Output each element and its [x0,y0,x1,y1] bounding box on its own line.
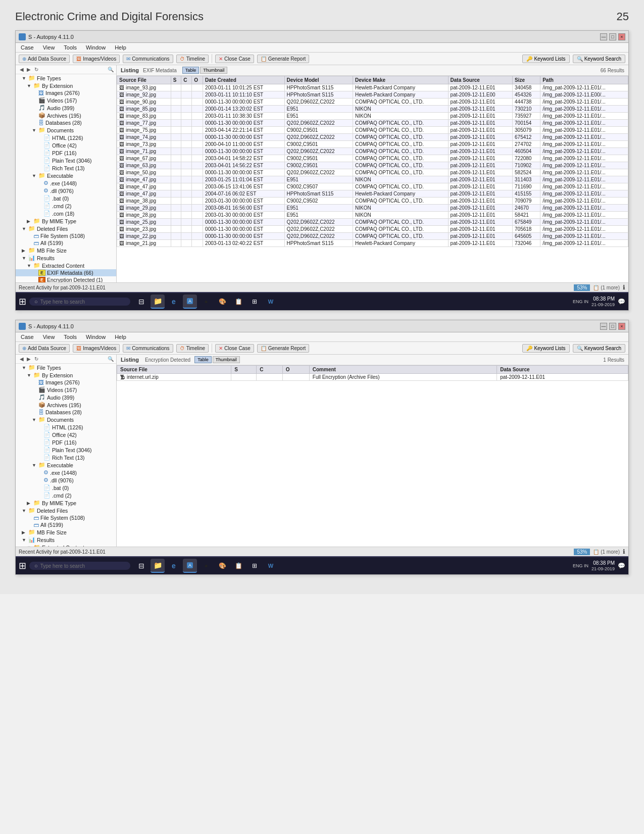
refresh-icon[interactable]: ↻ [34,67,38,72]
close-btn-2[interactable]: × [618,323,625,330]
menu-help[interactable]: Help [113,44,128,51]
notification-icon-2[interactable]: 💬 [618,562,625,569]
minimize-btn-2[interactable]: — [600,323,607,330]
tree-pdf[interactable]: 📄 PDF (116) [16,149,116,157]
tree2-extracted[interactable]: ▼ 📁 Extracted Content [16,544,116,547]
tree-html[interactable]: 📄 HTML (1226) [16,134,116,141]
tree-dll[interactable]: ⚙ .dll (9076) [16,187,116,194]
table-row[interactable]: 🖼image_90.jpg 0000-11-30 00:00:00 EST Q2… [117,99,628,106]
refresh-icon-2[interactable]: ↻ [34,356,38,362]
tree-videos[interactable]: 🎬 Videos (167) [16,96,116,104]
table-row[interactable]: 🖼image_38.jpg 2003-01-30 00:00:00 EST C9… [117,198,628,205]
generate-report-btn[interactable]: 📋 Generate Report [257,55,310,63]
keyword-search-btn-2[interactable]: 🔍 Keyword Search [573,344,625,353]
close-btn[interactable]: × [618,33,625,40]
maximize-btn[interactable]: □ [609,33,616,40]
enc-col-c[interactable]: C [257,366,283,374]
minimize-btn[interactable]: — [600,33,607,40]
table-row[interactable]: 🖼image_77.jpg 0000-11-30 00:00:00 EST Q2… [117,120,628,127]
tree-bymime[interactable]: ▶ 📁 By MIME Type [16,217,116,225]
enc-table-container[interactable]: Source File S C O Comment Data Source 🗜i… [117,365,628,547]
tree2-office[interactable]: 📄 Office (42) [16,431,116,438]
thumbnail-view-btn-2[interactable]: Thumbnail [213,356,240,363]
timeline-btn[interactable]: ⏱ Timeline [176,55,209,63]
timeline-btn-2[interactable]: ⏱ Timeline [176,344,209,353]
keyword-search-btn[interactable]: 🔍 Keyword Search [573,55,625,63]
col-path[interactable]: Path [540,76,628,84]
tree2-deleted[interactable]: ▼ 📁 Deleted Files [16,507,116,514]
col-data-source[interactable]: Data Source [448,76,512,84]
table-row[interactable]: 🖼image_47.jpg 2003-01-25 11:01:04 EST E9… [117,176,628,183]
table-row[interactable]: 🖼image_50.jpg 0000-11-30 00:00:00 EST Q2… [117,169,628,176]
table-row[interactable]: 🖼image_25.jpg 0000-11-30 00:00:00 EST Q2… [117,219,628,226]
taskbar2-app-grid[interactable]: ⊞ [247,559,262,573]
start-btn-1[interactable]: ⊞ [19,296,26,307]
tree2-audio[interactable]: 🎵 Audio (399) [16,394,116,401]
communications-btn-2[interactable]: ✉ Communications [123,344,173,353]
thumbnail-view-btn-1[interactable]: Thumbnail [200,67,227,74]
menu2-case[interactable]: Case [19,333,36,340]
tree2-bat[interactable]: 📄 .bat (0) [16,484,116,492]
file-table-container-1[interactable]: Source File S C O Date Created Device Mo… [117,76,628,282]
info-btn-1[interactable]: ℹ [623,284,625,291]
taskbar-app-word[interactable]: W [264,295,278,309]
table-row[interactable]: 🖼image_92.jpg 2003-01-11 10:11:10 EST HP… [117,91,628,99]
col-size[interactable]: Size [513,76,540,84]
enc-col-source[interactable]: Source File [117,366,231,374]
taskbar-search-input-2[interactable] [40,563,121,569]
tree-extracted[interactable]: ▼ 📁 Extracted Content [16,262,116,269]
taskbar-search-input-1[interactable] [40,299,121,305]
taskbar-app-grid[interactable]: ⊞ [247,295,262,309]
taskbar-app-chrome[interactable]: ● [199,295,213,309]
col-o[interactable]: O [192,76,203,84]
add-data-source-btn-2[interactable]: ⊕ Add Data Source [19,344,70,353]
tree2-fs[interactable]: 🗃 File System (5108) [16,514,116,521]
tree-images[interactable]: 🖼 Images (2676) [16,89,116,96]
tree2-documents[interactable]: ▼ 📁 Documents [16,416,116,423]
generate-report-btn-2[interactable]: 📋 Generate Report [257,344,310,353]
taskbar-app-edge[interactable]: e [167,295,181,309]
tree-archives[interactable]: 📦 Archives (195) [16,112,116,119]
enc-col-o[interactable]: O [282,366,309,374]
menu2-help[interactable]: Help [113,333,128,340]
menu2-tools[interactable]: Tools [62,333,79,340]
tree-office[interactable]: 📄 Office (42) [16,141,116,149]
sidebar-search-icon[interactable]: 🔍 [108,67,114,72]
tree2-richtext[interactable]: 📄 Rich Text (13) [16,454,116,461]
tree2-results[interactable]: ▼ 📊 Results [16,536,116,544]
tree-filetypes[interactable]: ▼ 📁 File Types [16,74,116,82]
enc-col-datasource[interactable]: Data Source [497,366,628,374]
tree2-dll[interactable]: ⚙ .dll (9076) [16,476,116,484]
maximize-btn-2[interactable]: □ [609,323,616,330]
col-source-file[interactable]: Source File [117,76,171,84]
table-row[interactable]: 🖼image_71.jpg 0000-11-30 00:00:00 EST Q2… [117,148,628,155]
col-c[interactable]: C [181,76,192,84]
table-row[interactable]: 🖼image_21.jpg 2003-01-13 02:40:22 EST HP… [117,240,628,247]
col-s[interactable]: S [171,76,181,84]
nav-forward[interactable]: ▶ [25,67,32,72]
tree-results[interactable]: ▼ 📊 Results [16,254,116,262]
tree2-mbsize[interactable]: ▶ 📁 MB File Size [16,528,116,536]
col-device-make[interactable]: Device Make [353,76,448,84]
taskbar2-app-edge[interactable]: e [167,559,181,573]
taskbar2-app-explorer[interactable]: 📁 [151,559,165,573]
images-videos-btn-2[interactable]: 🖼 Images/Videos [73,344,120,353]
tree-all[interactable]: 🗃 All (5199) [16,239,116,247]
tree2-videos[interactable]: 🎬 Videos (167) [16,386,116,394]
enc-col-comment[interactable]: Comment [309,366,497,374]
tree2-pdf[interactable]: 📄 PDF (116) [16,438,116,446]
communications-btn[interactable]: ✉ Communications [123,55,173,63]
close-case-btn[interactable]: ✕ Close Case [215,55,254,63]
table-view-btn-1[interactable]: Table [182,67,200,74]
tree-byext[interactable]: ▼ 📁 By Extension [16,82,116,89]
tree-deleted[interactable]: ▼ 📁 Deleted Files [16,225,116,232]
taskbar-search-1[interactable]: ○ [29,298,130,306]
nav-back[interactable]: ◀ [18,67,25,72]
table-row[interactable]: 🖼image_85.jpg 2000-01-14 13:20:02 EST E9… [117,106,628,113]
tree2-html[interactable]: 📄 HTML (1226) [16,423,116,431]
tree-encryption[interactable]: E Encryption Detected (1) [16,276,116,282]
table-row[interactable]: 🖼image_23.jpg 0000-11-30 00:00:00 EST Q2… [117,226,628,233]
nav-forward-2[interactable]: ▶ [25,356,32,362]
taskbar2-app-chrome[interactable]: ● [199,559,213,573]
tree-documents[interactable]: ▼ 📁 Documents [16,126,116,134]
